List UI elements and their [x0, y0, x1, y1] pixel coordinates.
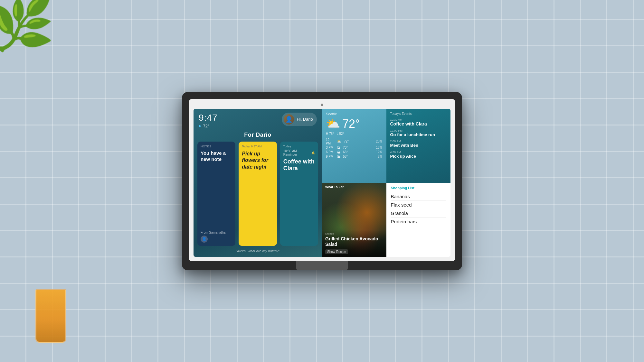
- recipe-source: Kitchen: [325, 232, 383, 235]
- event-name-3: Meet with Ben: [390, 143, 447, 148]
- avatar: 👤: [284, 114, 294, 125]
- recipe-name: Grilled Chicken Avocado Salad: [325, 236, 383, 247]
- left-panel: 9:47 72° 👤 Hi, Dario For Dario: [194, 109, 322, 257]
- weather-low: L 52°: [336, 132, 344, 135]
- event-name-1: Coffee with Clara: [390, 121, 447, 126]
- events-title: Today's Events: [390, 112, 447, 116]
- event-item-4: 4:30 PM Pick up Alice: [390, 151, 447, 159]
- shopping-list-widget: Shopping List Bananas Flax seed Granola …: [386, 183, 451, 257]
- display-area: 9:47 72° 👤 Hi, Dario For Dario: [194, 109, 450, 257]
- juice-glass: [32, 285, 68, 343]
- temperature-value: 72°: [203, 124, 210, 128]
- temp-dot-icon: [199, 125, 201, 127]
- event-name-4: Pick up Alice: [390, 154, 447, 159]
- forecast-icon-2: 🌤: [337, 146, 340, 150]
- weather-forecast: 12 PM ⛅ 72° 20% 3 PM 🌤 70° 15%: [326, 138, 383, 159]
- events-widget[interactable]: Today's Events 10:30 AM Coffee with Clar…: [386, 109, 451, 183]
- event-time-2: 12:00 PM: [390, 129, 447, 132]
- forecast-temp-4: 58°: [343, 155, 348, 158]
- monitor-stand: [296, 261, 348, 270]
- shopping-item-1[interactable]: Bananas: [391, 192, 446, 201]
- forecast-time-1: 12 PM: [326, 138, 335, 145]
- weather-high: H 78°: [326, 132, 334, 135]
- recipe-widget[interactable]: What To Eat Kitchen Grilled Chicken Avoc…: [322, 183, 386, 257]
- reminder-time: 10:30 AM · Reminder 🔔: [283, 149, 315, 156]
- forecast-icon-1: ⛅: [337, 139, 341, 144]
- forecast-time-4: 9 PM: [326, 155, 335, 158]
- event-time-3: 2:00 PM: [390, 140, 447, 143]
- forecast-pct-1: 20%: [376, 140, 382, 143]
- forecast-row-1: 12 PM ⛅ 72° 20%: [326, 138, 383, 145]
- top-bar: 9:47 72° 👤 Hi, Dario: [194, 109, 322, 130]
- event-item-3: 2:00 PM Meet with Ben: [390, 140, 447, 148]
- screen-bezel: 9:47 72° 👤 Hi, Dario For Dario: [189, 99, 455, 261]
- note-card-title: You have a new note: [201, 150, 232, 162]
- forecast-temp-2: 70°: [343, 146, 348, 149]
- note-card-from: From Samanatha: [201, 231, 232, 234]
- right-panel: Seattle ⛅ 72° H 78° L 52°: [322, 109, 450, 257]
- weather-high-low: H 78° L 52°: [326, 132, 383, 135]
- note-card-label: Notes: [201, 145, 232, 148]
- reminder-day-label: Today: [283, 145, 315, 148]
- camera-dot: [321, 104, 323, 106]
- forecast-time-2: 3 PM: [326, 146, 335, 149]
- shopping-item-3[interactable]: Granola: [391, 209, 446, 218]
- greeting-text: Hi, Dario: [297, 117, 313, 122]
- note-sender-avatar: 👤: [201, 236, 208, 243]
- forecast-row-4: 9 PM 🌥 58° 2%: [326, 155, 383, 159]
- recipe-overlay: Kitchen Grilled Chicken Avocado Salad Sh…: [322, 230, 386, 257]
- event-time-4: 4:30 PM: [390, 151, 447, 154]
- forecast-time-3: 6 PM: [326, 150, 335, 154]
- forecast-pct-3: 12%: [376, 150, 382, 154]
- shopping-item-4[interactable]: Protein bars: [391, 218, 446, 226]
- cards-row: Notes You have a new note From Samanatha…: [194, 142, 322, 246]
- forecast-icon-4: 🌥: [337, 155, 340, 159]
- reminder-title: Coffee with Clara: [283, 158, 315, 172]
- sticky-note-card[interactable]: Today, 9:37 AM Pick up flowers for date …: [239, 142, 277, 246]
- forecast-row-2: 3 PM 🌤 70° 15%: [326, 146, 383, 150]
- alexa-prompt: "Alexa, what are my notes?": [194, 246, 322, 257]
- clock-time: 9:47: [199, 113, 218, 123]
- shopping-list-title: Shopping List: [391, 186, 446, 190]
- sticky-text: Pick up flowers for date night: [242, 151, 273, 171]
- forecast-temp-1: 72°: [344, 140, 349, 143]
- event-name-2: Go for a lunchtime run: [390, 132, 447, 137]
- bell-icon: 🔔: [311, 151, 315, 154]
- event-item-1: 10:30 AM Coffee with Clara: [390, 118, 447, 126]
- weather-temperature: 72°: [342, 117, 360, 131]
- forecast-pct-4: 2%: [378, 155, 382, 158]
- recipe-top-label: What To Eat: [325, 185, 344, 189]
- plant-decoration: [0, 0, 71, 103]
- temperature-row: 72°: [199, 124, 218, 128]
- weather-main: ⛅ 72°: [326, 117, 383, 131]
- note-card[interactable]: Notes You have a new note From Samanatha…: [197, 142, 235, 246]
- echo-screen: 9:47 72° 👤 Hi, Dario For Dario: [194, 109, 450, 257]
- echo-show-monitor: 9:47 72° 👤 Hi, Dario For Dario: [182, 92, 462, 270]
- sticky-date: Today, 9:37 AM: [242, 145, 273, 148]
- event-item-2: 12:00 PM Go for a lunchtime run: [390, 129, 447, 137]
- weather-icon: ⛅: [326, 117, 340, 131]
- event-time-1: 10:30 AM: [390, 118, 447, 121]
- reminder-card[interactable]: Today 10:30 AM · Reminder 🔔 Coffee with …: [280, 142, 318, 246]
- forecast-temp-3: 66°: [343, 150, 348, 154]
- forecast-row-3: 6 PM 🌥 66° 12%: [326, 150, 383, 154]
- weather-widget[interactable]: Seattle ⛅ 72° H 78° L 52°: [322, 109, 386, 183]
- forecast-pct-2: 15%: [376, 146, 382, 149]
- weather-city: Seattle: [326, 112, 383, 116]
- for-dario-label: For Dario: [194, 130, 322, 142]
- time-temperature: 9:47 72°: [199, 113, 218, 128]
- show-recipe-button[interactable]: Show Recipe: [325, 249, 348, 254]
- shopping-item-2[interactable]: Flax seed: [391, 201, 446, 209]
- forecast-icon-3: 🌥: [337, 150, 340, 154]
- greeting-pill[interactable]: 👤 Hi, Dario: [282, 113, 317, 126]
